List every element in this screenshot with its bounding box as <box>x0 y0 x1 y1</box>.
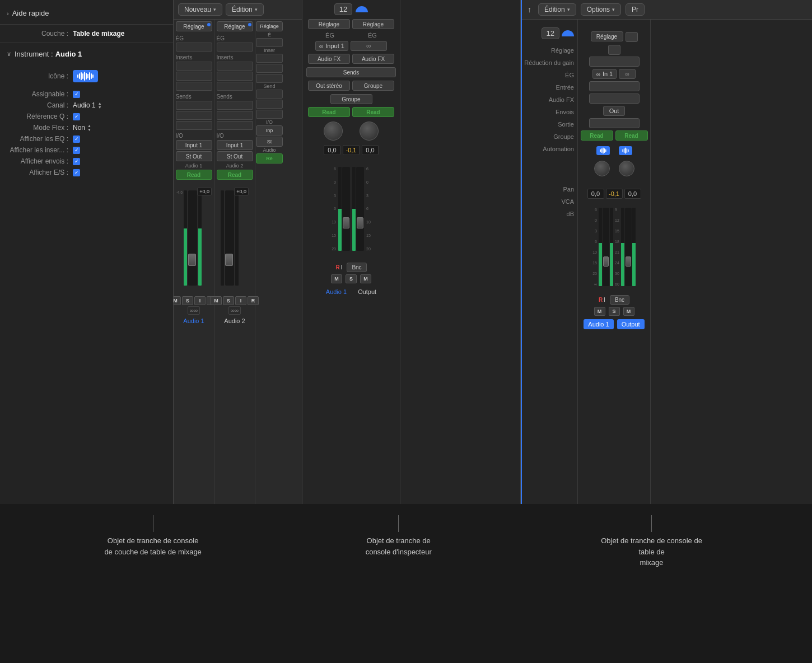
pan-knob-center-2[interactable] <box>360 122 379 141</box>
annotation-center: Objet de tranche deconsole d'inspecteur <box>366 515 432 557</box>
groupe-center-2[interactable]: Groupe <box>330 94 372 104</box>
read-center-2[interactable]: Read <box>352 107 394 117</box>
read-right-2[interactable]: Read <box>615 130 648 141</box>
reference-q-checkbox[interactable]: ✓ <box>73 113 80 120</box>
bnc-right[interactable]: Bnc <box>610 295 629 305</box>
reglage-btn-1[interactable]: Réglage <box>176 21 212 31</box>
output-btn-1[interactable]: St Out <box>176 151 212 161</box>
read-center-1[interactable]: Read <box>308 107 350 117</box>
insert-2b <box>217 72 253 81</box>
m-center-1[interactable]: M <box>331 274 342 283</box>
pan-knob-center-1[interactable] <box>324 122 343 141</box>
inserts-label-3: Inser <box>264 48 275 53</box>
instrument-section[interactable]: ∨ Instrument : Audio 1 <box>0 46 173 62</box>
m-btn-1[interactable]: M <box>174 296 181 305</box>
m-right-1[interactable]: M <box>594 307 605 316</box>
afficher-inser-checkbox[interactable]: ✓ <box>73 147 80 154</box>
back-arrow-icon[interactable]: ↑ <box>528 5 531 14</box>
read-btn-1[interactable]: Read <box>176 170 212 180</box>
chevron-down-icon: ∨ <box>7 50 11 58</box>
options-button[interactable]: Options ▾ <box>581 3 621 16</box>
mode-flex-stepper[interactable]: ▲ ▼ <box>87 124 91 132</box>
input-btn-3[interactable]: Inp <box>256 125 283 136</box>
afficher-es-checkbox[interactable]: ✓ <box>73 169 80 176</box>
reglage-right-1[interactable]: Réglage <box>591 31 623 41</box>
stepper-up[interactable]: ▲ <box>98 101 102 105</box>
s-btn-1[interactable]: S <box>182 296 193 305</box>
s-right-1[interactable]: S <box>609 307 620 316</box>
insert-3b <box>256 64 283 73</box>
fader-meter-2[interactable]: +0,0 <box>221 185 249 291</box>
out-stereo-center[interactable]: Out stéréo <box>308 81 350 91</box>
reglage-center-2[interactable]: Réglage <box>352 19 394 29</box>
link-icon-2[interactable]: ∞∞ <box>228 306 241 315</box>
insert-2 <box>176 72 212 81</box>
channel-names-center: Audio 1 Output <box>326 287 376 295</box>
output-btn-3[interactable]: St <box>256 137 283 147</box>
waveform-icon <box>73 70 98 82</box>
reglage-btn-2[interactable]: Réglage <box>217 21 253 31</box>
ms-center: M S M <box>331 274 371 283</box>
audiofx-center-2[interactable]: Audio FX <box>352 54 394 64</box>
right-ch2-name: Output <box>617 319 645 329</box>
reglage-center-1[interactable]: Réglage <box>308 19 350 29</box>
audio2-name: Audio 2 <box>224 318 245 324</box>
entree-label: Entrée <box>524 81 574 94</box>
bnc-btn-center[interactable]: Bnc <box>347 263 366 272</box>
read-right-1[interactable]: Read <box>581 130 613 141</box>
eg-slot-r1 <box>589 57 640 67</box>
right-half-circle <box>562 30 574 36</box>
groupe-center-1[interactable]: Groupe <box>352 81 394 91</box>
i-btn-2[interactable]: I <box>235 296 246 305</box>
input-btn-2[interactable]: Input 1 <box>217 140 253 150</box>
annotation-line-left <box>153 515 153 532</box>
sends-center-1[interactable]: Sends <box>306 67 396 77</box>
send-3 <box>176 121 212 130</box>
aide-rapide-section[interactable]: › Aide rapide <box>0 6 173 21</box>
right-ch1-name: Audio 1 <box>584 319 613 329</box>
nouveau-button[interactable]: Nouveau ▾ <box>178 3 222 16</box>
canal-stepper[interactable]: ▲ ▼ <box>98 101 102 109</box>
m-btn-2[interactable]: M <box>211 296 222 305</box>
couche-value: Table de mixage <box>73 30 124 38</box>
link-icon-1[interactable]: ∞∞ <box>188 306 200 315</box>
send-2c <box>217 121 253 130</box>
input1-center[interactable]: ∞ Input 1 <box>315 41 348 51</box>
audiofx-center-1[interactable]: Audio FX <box>308 54 350 64</box>
pr-button[interactable]: Pr <box>626 3 645 16</box>
insert-2c <box>217 82 253 91</box>
afficher-es-row: Afficher E/S : ✓ <box>0 167 173 178</box>
right-labels: 12 Réglage Réduction du gain ÉG Entrée A… <box>522 20 578 504</box>
output-btn-2[interactable]: St Out <box>217 151 253 161</box>
read-btn-2[interactable]: Read <box>217 170 253 180</box>
insert-slot-3 <box>256 38 283 47</box>
s-center-1[interactable]: S <box>346 274 357 283</box>
i-btn-1[interactable]: I <box>194 296 206 305</box>
fader-right: 6 0 3 6 10 15 20 ∞ <box>592 202 636 292</box>
reglage-btn-3[interactable]: Réglage <box>256 21 283 31</box>
couche-row: Couche : Table de mixage <box>0 28 173 39</box>
read-btn-3[interactable]: Re <box>256 153 283 164</box>
s-btn-2[interactable]: S <box>223 296 234 305</box>
annotation-line-right <box>651 515 652 532</box>
edition-right-button[interactable]: Édition ▾ <box>538 3 576 16</box>
pan-right-2[interactable] <box>619 161 634 176</box>
fader-area-1: -4.6 + <box>176 182 212 294</box>
waveform-right-1 <box>596 146 610 155</box>
link-right-1[interactable]: ∞ <box>619 69 636 79</box>
pan-right-1[interactable] <box>594 161 610 176</box>
stepper-down[interactable]: ▼ <box>98 105 102 109</box>
m-right-2[interactable]: M <box>623 307 634 316</box>
out-btn-right-1[interactable]: Out <box>603 106 626 116</box>
edition-button[interactable]: Édition ▾ <box>226 3 264 16</box>
afficher-eq-row: Afficher les EQ : ✓ <box>0 133 173 144</box>
audio2-sublabel: Audio 2 <box>226 163 244 169</box>
fader-meter-1[interactable]: +0,0 <box>184 185 212 291</box>
afficher-envois-checkbox[interactable]: ✓ <box>73 158 80 165</box>
afficher-eq-checkbox[interactable]: ✓ <box>73 136 80 143</box>
in1-right-1[interactable]: ∞ In 1 <box>592 69 617 79</box>
input-btn-1[interactable]: Input 1 <box>176 140 212 150</box>
link-center[interactable]: ∞ <box>351 41 387 51</box>
assignable-checkbox[interactable]: ✓ <box>73 91 80 98</box>
m-center-2[interactable]: M <box>360 274 371 283</box>
